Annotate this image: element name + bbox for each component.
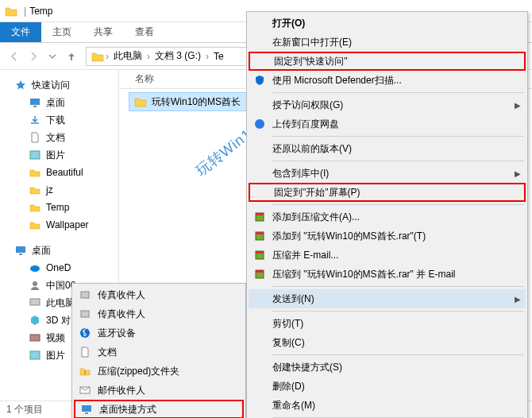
user-icon bbox=[29, 279, 41, 292]
svg-rect-23 bbox=[256, 251, 264, 254]
onedrive-icon bbox=[29, 261, 41, 274]
file-name: 玩转Win10的MS酋长 bbox=[152, 95, 241, 109]
svg-rect-10 bbox=[81, 292, 89, 298]
menu-create-shortcut[interactable]: 创建快捷方式(S) bbox=[249, 358, 526, 377]
svg-rect-8 bbox=[30, 335, 40, 341]
menu-mail[interactable]: 邮件收件人 bbox=[74, 381, 244, 400]
menu-new-window[interactable]: 在新窗口中打开(E) bbox=[249, 33, 526, 52]
menu-zip[interactable]: 压缩(zipped)文件夹 bbox=[74, 362, 244, 381]
folder-icon bbox=[29, 219, 41, 231]
menu-baidu-upload[interactable]: 上传到百度网盘 bbox=[249, 114, 526, 134]
nav-forward[interactable] bbox=[24, 47, 43, 66]
svg-rect-4 bbox=[19, 254, 22, 255]
svg-rect-16 bbox=[85, 412, 88, 414]
shield-icon bbox=[252, 74, 268, 87]
menu-desktop-shortcut[interactable]: 桌面快捷方式 bbox=[74, 400, 244, 418]
desktop-icon bbox=[79, 403, 94, 416]
status-text: 1 个项目 bbox=[6, 403, 43, 416]
menu-rename[interactable]: 重命名(M) bbox=[249, 396, 526, 415]
menu-restore-previous[interactable]: 还原以前的版本(V) bbox=[249, 139, 526, 158]
tab-home[interactable]: 主页 bbox=[41, 22, 83, 42]
menu-fax1[interactable]: 传真收件人 bbox=[74, 285, 244, 304]
menu-pin-quick-access[interactable]: 固定到"快速访问" bbox=[249, 52, 526, 71]
video-icon bbox=[29, 331, 41, 344]
bluetooth-icon bbox=[77, 327, 93, 339]
context-menu: 打开(O) 在新窗口中打开(E) 固定到"快速访问" 使用 Microsoft … bbox=[246, 11, 528, 418]
menu-defender-scan[interactable]: 使用 Microsoft Defender扫描... bbox=[249, 71, 526, 90]
menu-send-to[interactable]: 发送到(N)▶ bbox=[249, 289, 526, 308]
picture-icon bbox=[29, 349, 41, 362]
star-icon bbox=[14, 79, 27, 91]
svg-rect-2 bbox=[30, 151, 40, 159]
menu-add-rar[interactable]: 添加到压缩文件(A)... bbox=[249, 207, 526, 226]
menu-copy[interactable]: 复制(C) bbox=[249, 333, 526, 352]
picture-icon bbox=[29, 149, 41, 161]
menu-add-rar-named[interactable]: 添加到 "玩转Win10的MS酋长.rar"(T) bbox=[249, 226, 526, 246]
tree-item[interactable]: OneD bbox=[0, 259, 118, 277]
svg-point-5 bbox=[30, 265, 40, 272]
menu-grant-access[interactable]: 授予访问权限(G)▶ bbox=[249, 95, 526, 114]
desktop-icon bbox=[29, 96, 41, 109]
fax-icon bbox=[77, 308, 93, 320]
tree-item[interactable]: jz bbox=[0, 181, 118, 199]
svg-rect-9 bbox=[30, 351, 40, 359]
svg-rect-13 bbox=[84, 370, 86, 375]
tree-desktop[interactable]: 桌面 bbox=[0, 242, 118, 259]
tree-item[interactable]: 图片 bbox=[0, 146, 118, 164]
tree-item[interactable]: 文档 bbox=[0, 129, 118, 146]
svg-point-17 bbox=[255, 119, 264, 129]
svg-rect-25 bbox=[256, 270, 264, 273]
menu-open[interactable]: 打开(O) bbox=[249, 14, 526, 33]
menu-rar-email[interactable]: 压缩并 E-mail... bbox=[249, 246, 526, 265]
mail-icon bbox=[77, 384, 93, 397]
crumb-folder[interactable]: Te bbox=[210, 51, 227, 62]
sendto-submenu: 传真收件人 传真收件人 蓝牙设备 文档 压缩(zipped)文件夹 邮件收件人 … bbox=[71, 283, 246, 418]
menu-delete[interactable]: 删除(D) bbox=[249, 377, 526, 396]
tab-file[interactable]: 文件 bbox=[0, 22, 41, 42]
menu-fax2[interactable]: 传真收件人 bbox=[74, 304, 244, 323]
svg-rect-15 bbox=[82, 405, 91, 412]
folder-icon bbox=[29, 184, 41, 196]
tab-view[interactable]: 查看 bbox=[124, 22, 165, 42]
pc-icon bbox=[29, 296, 41, 309]
svg-rect-1 bbox=[33, 106, 37, 107]
rar-icon bbox=[252, 268, 268, 281]
tree-item[interactable]: Temp bbox=[0, 199, 118, 216]
menu-include-library[interactable]: 包含到库中(I)▶ bbox=[249, 164, 526, 183]
svg-rect-19 bbox=[256, 213, 264, 215]
crumb-drive[interactable]: 文档 3 (G:) bbox=[152, 49, 204, 63]
separator: | bbox=[24, 6, 26, 17]
desktop-icon bbox=[14, 244, 27, 257]
tree-item[interactable]: 桌面 bbox=[0, 94, 118, 111]
rar-icon bbox=[252, 249, 268, 261]
nav-dropdown[interactable] bbox=[43, 47, 62, 66]
rar-icon bbox=[252, 211, 268, 223]
document-icon bbox=[29, 131, 41, 144]
crumb-pc[interactable]: 此电脑 bbox=[110, 49, 145, 63]
tab-share[interactable]: 共享 bbox=[83, 22, 124, 42]
menu-rar-named-email[interactable]: 压缩到 "玩转Win10的MS酋长.rar" 并 E-mail bbox=[249, 265, 526, 284]
tree-item[interactable]: 下载 bbox=[0, 111, 118, 129]
chevron-right-icon: ▶ bbox=[515, 295, 521, 304]
tree-quick-access[interactable]: 快速访问 bbox=[0, 76, 118, 94]
svg-point-6 bbox=[33, 281, 37, 286]
tree-item[interactable]: Wallpaper bbox=[0, 216, 118, 234]
fax-icon bbox=[77, 288, 93, 301]
chevron-right-icon: ▶ bbox=[515, 169, 521, 178]
rar-icon bbox=[252, 230, 268, 242]
menu-cut[interactable]: 剪切(T) bbox=[249, 314, 526, 333]
nav-up[interactable] bbox=[62, 47, 81, 66]
nav-back[interactable] bbox=[5, 47, 24, 66]
folder-icon bbox=[29, 166, 41, 179]
svg-rect-0 bbox=[30, 99, 40, 105]
tree-item[interactable]: Beautiful bbox=[0, 164, 118, 181]
folder-icon bbox=[91, 50, 104, 63]
menu-pin-start[interactable]: 固定到"开始"屏幕(P) bbox=[249, 183, 526, 202]
svg-rect-11 bbox=[81, 311, 89, 317]
menu-bluetooth[interactable]: 蓝牙设备 bbox=[74, 323, 244, 343]
menu-documents[interactable]: 文档 bbox=[74, 343, 244, 362]
svg-rect-7 bbox=[30, 299, 40, 305]
svg-rect-21 bbox=[256, 232, 264, 234]
chevron-right-icon: ▶ bbox=[515, 101, 521, 110]
svg-rect-3 bbox=[16, 246, 25, 253]
